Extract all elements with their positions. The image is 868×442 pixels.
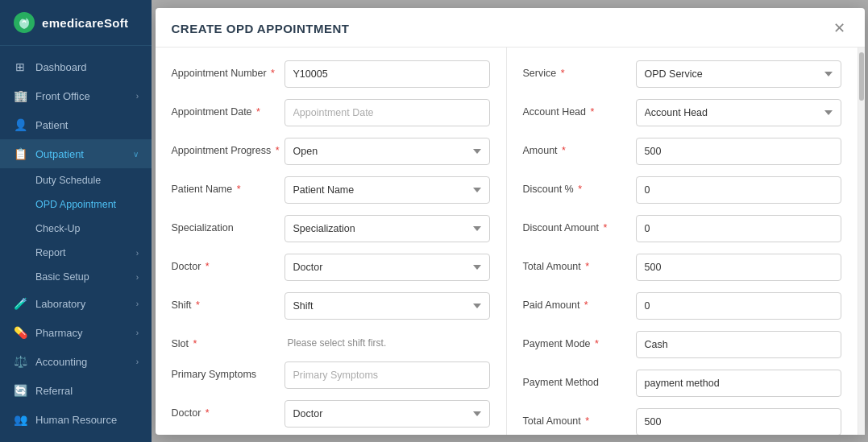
required-star: * <box>578 184 582 195</box>
sub-item-label: Basic Setup <box>35 271 89 283</box>
discount-percent-label: Discount % * <box>523 176 636 196</box>
sidebar-item-services[interactable]: ⚙️ Services › <box>0 434 152 442</box>
primary-symptoms-row: Primary Symptoms <box>172 361 490 389</box>
doctor-select[interactable]: Doctor <box>284 254 490 281</box>
sidebar-item-human-resource[interactable]: 👥 Human Resource <box>0 405 152 434</box>
sidebar-item-label: Dashboard <box>35 61 139 73</box>
sidebar-item-referral[interactable]: 🔄 Referral <box>0 376 152 405</box>
sub-item-label: Check-Up <box>35 223 81 234</box>
sidebar-item-accounting[interactable]: ⚖️ Accounting › <box>0 347 152 376</box>
appointment-number-input[interactable] <box>284 60 490 88</box>
required-star: * <box>585 261 589 272</box>
sub-item-label: OPD Appointment <box>35 199 116 210</box>
total-amount2-input[interactable] <box>636 408 841 435</box>
total-amount-input[interactable] <box>636 254 841 281</box>
referral-icon: 🔄 <box>13 383 27 398</box>
shift-select[interactable]: Shift <box>284 292 490 320</box>
sidebar-item-dashboard[interactable]: ⊞ Dashboard <box>0 52 152 81</box>
doctor-label: Doctor * <box>172 254 284 273</box>
primary-symptoms-label: Primary Symptoms <box>172 361 284 381</box>
sidebar-item-opd-appointment[interactable]: OPD Appointment <box>0 192 152 217</box>
primary-symptoms-input[interactable] <box>284 361 490 389</box>
account-head-select[interactable]: Account Head <box>636 99 841 126</box>
pharmacy-icon: 💊 <box>13 325 27 340</box>
doctor-row: Doctor * Doctor <box>172 254 490 281</box>
patient-name-select[interactable]: Patient Name <box>284 176 490 204</box>
total-amount2-row: Total Amount * <box>523 408 841 435</box>
chevron-down-icon: ∨ <box>133 150 139 159</box>
sidebar-item-label: Pharmacy <box>35 327 136 339</box>
sidebar-item-report[interactable]: Report › <box>0 241 152 265</box>
sidebar-item-label: Patient <box>35 119 139 131</box>
patient-name-label: Patient Name * <box>172 176 284 196</box>
total-amount-row: Total Amount * <box>523 254 841 281</box>
chevron-right-icon: › <box>136 328 139 337</box>
patient-icon: 👤 <box>13 118 27 132</box>
chevron-right-icon: › <box>136 249 139 258</box>
shift-row: Shift * Shift <box>172 292 490 320</box>
modal: CREATE OPD APPOINTMENT ✕ Appointment Num… <box>156 8 865 435</box>
sidebar-item-patient[interactable]: 👤 Patient <box>0 110 152 139</box>
sidebar-item-duty-schedule[interactable]: Duty Schedule <box>0 168 152 192</box>
payment-mode-row: Payment Mode * <box>523 331 841 358</box>
required-star: * <box>237 184 241 195</box>
sidebar-item-outpatient[interactable]: 📋 Outpatient ∨ <box>0 139 152 168</box>
sidebar: emedicareSoft ⊞ Dashboard 🏢 Front Office… <box>0 0 152 442</box>
doctor2-select[interactable]: Doctor <box>284 400 490 428</box>
appointment-date-input[interactable] <box>284 99 490 126</box>
sidebar-item-label: Accounting <box>35 356 136 368</box>
paid-amount-input[interactable] <box>636 292 841 320</box>
sub-item-label: Report <box>35 247 66 258</box>
sidebar-item-laboratory[interactable]: 🧪 Laboratory › <box>0 289 152 318</box>
account-head-label: Account Head * <box>523 99 636 118</box>
required-star: * <box>591 106 595 118</box>
logo-icon <box>13 11 35 34</box>
required-star: * <box>206 407 210 419</box>
amount-input[interactable] <box>636 138 841 165</box>
required-star: * <box>196 299 200 311</box>
close-button[interactable]: ✕ <box>830 19 849 37</box>
appointment-date-row: Appointment Date * <box>172 99 490 126</box>
payment-method-input[interactable] <box>636 370 841 397</box>
appointment-progress-select[interactable]: Open Closed Pending <box>284 138 490 165</box>
payment-method-row: Payment Method <box>523 370 841 397</box>
required-star: * <box>562 145 566 156</box>
discount-amount-input[interactable] <box>636 215 841 242</box>
required-star: * <box>561 68 565 79</box>
discount-percent-input[interactable] <box>636 176 841 204</box>
modal-scrollbar[interactable] <box>858 48 865 435</box>
total-amount-label: Total Amount * <box>523 254 636 273</box>
chevron-right-icon: › <box>136 299 139 308</box>
specialization-select[interactable]: Specialization <box>284 215 490 242</box>
required-star: * <box>585 415 589 427</box>
modal-title: CREATE OPD APPOINTMENT <box>172 22 350 35</box>
shift-label: Shift * <box>172 292 284 312</box>
sidebar-item-basic-setup[interactable]: Basic Setup › <box>0 265 152 289</box>
modal-header: CREATE OPD APPOINTMENT ✕ <box>156 8 865 48</box>
chevron-right-icon: › <box>136 273 139 282</box>
sidebar-item-pharmacy[interactable]: 💊 Pharmacy › <box>0 318 152 347</box>
total-amount2-label: Total Amount * <box>523 408 636 428</box>
outpatient-icon: 📋 <box>13 147 27 161</box>
payment-method-label: Payment Method <box>523 370 636 389</box>
modal-backdrop: CREATE OPD APPOINTMENT ✕ Appointment Num… <box>152 0 868 442</box>
sidebar-item-label: Human Resource <box>35 414 139 426</box>
sidebar-item-label: Outpatient <box>35 148 133 160</box>
specialization-row: Specialization Specialization <box>172 215 490 242</box>
main-area: CREATE OPD APPOINTMENT ✕ Appointment Num… <box>152 0 868 442</box>
paid-amount-label: Paid Amount * <box>523 292 636 312</box>
dashboard-icon: ⊞ <box>13 60 27 74</box>
required-star: * <box>206 261 210 272</box>
chevron-right-icon: › <box>136 92 139 101</box>
payment-mode-input[interactable] <box>636 331 841 358</box>
human-resource-icon: 👥 <box>13 412 27 427</box>
slot-row: Slot * Please select shift first. <box>172 331 490 350</box>
doctor2-row: Doctor * Doctor <box>172 400 490 428</box>
sidebar-item-front-office[interactable]: 🏢 Front Office › <box>0 81 152 110</box>
slot-hint: Please select shift first. <box>284 331 387 349</box>
required-star: * <box>603 222 607 233</box>
sidebar-item-check-up[interactable]: Check-Up <box>0 217 152 241</box>
doctor2-label: Doctor * <box>172 400 284 419</box>
service-select[interactable]: OPD Service <box>636 60 841 88</box>
patient-name-row: Patient Name * Patient Name <box>172 176 490 204</box>
